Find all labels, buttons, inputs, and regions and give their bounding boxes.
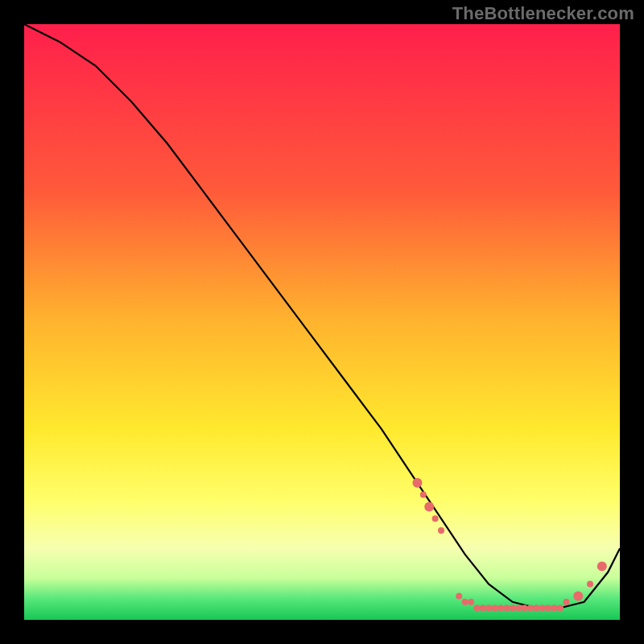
- marker-dot: [587, 581, 593, 588]
- marker-dot: [492, 605, 498, 611]
- marker-dot: [563, 599, 569, 605]
- marker-dot: [468, 599, 474, 605]
- marker-dot: [557, 605, 564, 611]
- marker-dot: [573, 591, 583, 601]
- marker-dot: [438, 527, 444, 534]
- marker-dot: [485, 605, 492, 611]
- marker-dot: [510, 605, 516, 611]
- gradient-background: [24, 24, 620, 620]
- marker-dot: [533, 605, 539, 611]
- marker-dot: [480, 605, 486, 611]
- marker-dot: [473, 605, 480, 611]
- marker-dot: [462, 599, 469, 605]
- marker-dot: [432, 515, 439, 522]
- chart-stage: TheBottlenecker.com: [0, 0, 644, 644]
- marker-dot: [551, 605, 558, 611]
- chart-svg: [24, 24, 620, 620]
- marker-dot: [545, 605, 551, 611]
- marker-dot: [527, 605, 534, 611]
- marker-dot: [503, 605, 510, 611]
- marker-dot: [412, 478, 422, 488]
- plot-area: [24, 24, 620, 620]
- marker-dot: [497, 605, 504, 611]
- marker-dot: [424, 502, 434, 511]
- marker-dot: [420, 492, 427, 498]
- watermark-text: TheBottlenecker.com: [452, 3, 634, 24]
- marker-dot: [515, 605, 522, 611]
- marker-dot: [539, 605, 546, 611]
- marker-dot: [522, 605, 528, 611]
- marker-dot: [597, 561, 607, 571]
- marker-dot: [456, 592, 462, 599]
